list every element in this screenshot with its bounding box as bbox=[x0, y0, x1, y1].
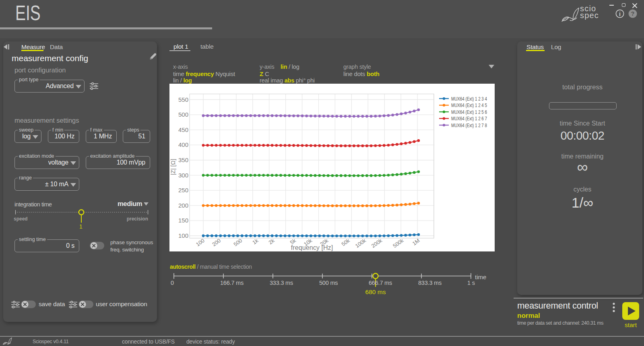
svg-text:MUX64 (Ext) 1 2 3 4: MUX64 (Ext) 1 2 3 4 bbox=[451, 96, 487, 102]
svg-text:MUX64 (Ext) 1 2 7 8: MUX64 (Ext) 1 2 7 8 bbox=[451, 123, 487, 128]
svg-text:100: 100 bbox=[178, 232, 188, 239]
svg-text:?: ? bbox=[631, 10, 635, 17]
svg-text:500k: 500k bbox=[392, 237, 405, 249]
svg-text:200k: 200k bbox=[370, 237, 383, 249]
svg-text:250: 250 bbox=[178, 187, 188, 194]
svg-text:500: 500 bbox=[178, 111, 188, 118]
svg-text:350: 350 bbox=[178, 157, 188, 163]
svg-text:400: 400 bbox=[178, 141, 188, 148]
svg-text:frequency [Hz]: frequency [Hz] bbox=[291, 244, 333, 251]
svg-text:1M: 1M bbox=[411, 237, 421, 247]
svg-text:450: 450 bbox=[178, 126, 188, 133]
svg-text:MUX64 (Ext) 1 2 6 7: MUX64 (Ext) 1 2 6 7 bbox=[451, 116, 487, 122]
svg-text:550: 550 bbox=[178, 96, 188, 103]
svg-text:2k: 2k bbox=[268, 237, 276, 246]
svg-text:200: 200 bbox=[211, 237, 222, 247]
svg-text:500: 500 bbox=[233, 237, 244, 247]
svg-text:1k: 1k bbox=[251, 237, 259, 246]
svg-text:MUX64 (Ext) 1 2 5 6: MUX64 (Ext) 1 2 5 6 bbox=[451, 109, 487, 115]
svg-text:100k: 100k bbox=[354, 237, 367, 249]
svg-text:200: 200 bbox=[178, 202, 188, 209]
svg-text:|Z| [Ω]: |Z| [Ω] bbox=[169, 159, 176, 175]
svg-text:50k: 50k bbox=[341, 237, 351, 247]
svg-text:i: i bbox=[619, 11, 621, 17]
svg-text:150: 150 bbox=[178, 217, 188, 224]
svg-text:100: 100 bbox=[195, 237, 206, 247]
svg-text:300: 300 bbox=[178, 172, 188, 179]
svg-text:MUX64 (Ext) 1 2 4 5: MUX64 (Ext) 1 2 4 5 bbox=[451, 103, 487, 108]
